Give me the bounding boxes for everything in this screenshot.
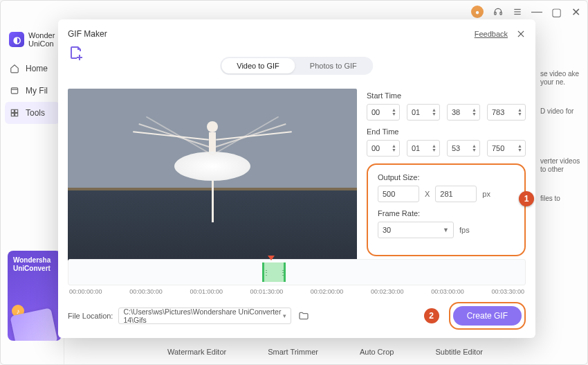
ruler-tick: 00:01:00:00 [190,288,223,295]
promo-card[interactable]: Wondersha UniConvert ♪ [8,251,62,341]
svg-rect-8 [15,110,18,113]
account-avatar[interactable]: ● [471,6,484,18]
logo-mark-icon: ◐ [9,32,24,47]
timeline-ruler: 00:00:00:00 00:00:30:00 00:01:00:00 00:0… [68,288,526,295]
end-ms-stepper[interactable]: 750▲▼ [487,140,526,157]
sidebar-item-tools[interactable]: Tools [5,102,59,124]
dialog-footer: File Location: C:\Users\ws\Pictures\Wond… [68,302,526,330]
tile-text: D video for [539,107,580,116]
tab-watermark-editor[interactable]: Watermark Editor [167,348,226,356]
close-dialog-button[interactable] [516,29,526,39]
file-location-label: File Location: [68,312,113,320]
create-gif-highlight: Create GIF [449,302,526,330]
dialog-header: GIF Maker Feedback [68,26,526,42]
app-name: Wonder UniCon [28,31,55,48]
tab-photos-to-gif[interactable]: Photos to GIF [295,58,372,73]
chevron-down-icon[interactable]: ▾ [283,312,286,319]
ruler-tick: 00:02:30:00 [371,288,404,295]
dimension-multiplier: X [425,190,430,198]
create-gif-button[interactable]: Create GIF [453,306,522,326]
tab-smart-trimmer[interactable]: Smart Trimmer [268,348,318,356]
callout-badge-1: 1 [519,191,534,206]
tile-text: verter videos to other [539,157,580,174]
right-tile-snippets: se video ake your ne. D video for verter… [539,70,580,224]
close-window-button[interactable]: ✕ [571,7,580,17]
frame-rate-select[interactable]: 30▼ [378,222,454,238]
selection-handle-right[interactable]: ⋮ [279,269,285,276]
add-file-icon[interactable] [68,44,84,61]
app-name-line1: Wonder [28,31,55,39]
output-width-input[interactable]: 500 [378,186,419,202]
end-mm-stepper[interactable]: 01▲▼ [407,140,440,157]
svg-rect-1 [500,12,502,15]
start-ms-stepper[interactable]: 783▲▼ [487,104,526,121]
mode-segmented-control: Video to GIF Photos to GIF [220,57,373,75]
tab-subtitle-editor[interactable]: Subtitle Editor [435,348,482,356]
ruler-tick: 00:01:30:00 [250,288,284,295]
sidebar: ◐ Wonder UniCon Home My Fil Tools Wonder… [1,23,64,364]
dialog-title: GIF Maker [68,29,107,39]
ruler-tick: 00:00:30:00 [129,288,163,295]
output-size-label: Output Size: [378,173,515,181]
ruler-tick: 00:03:30:00 [491,288,524,295]
menu-icon[interactable] [513,7,522,17]
bottom-tool-tabs: Watermark Editor Smart Trimmer Auto Crop… [70,344,580,360]
svg-rect-9 [11,114,14,116]
minimize-button[interactable]: — [532,7,542,17]
sidebar-item-files[interactable]: My Fil [1,80,64,102]
tools-icon [9,107,20,118]
maximize-button[interactable]: ▢ [551,7,561,17]
chevron-down-icon: ▼ [443,226,449,233]
end-ss-stepper[interactable]: 53▲▼ [447,140,480,157]
timeline-track[interactable]: ⋮ ⋮ [68,259,526,285]
files-icon [9,85,20,96]
preview-frame-art [174,121,250,222]
start-hh-stepper[interactable]: 00▲▼ [367,104,400,121]
timeline-selection[interactable]: ⋮ ⋮ [262,262,286,282]
file-location-field[interactable]: C:\Users\ws\Pictures\Wondershare UniConv… [118,308,291,324]
svg-rect-10 [15,114,18,116]
sidebar-item-label: Tools [26,108,45,118]
promo-title: Wondersha UniConvert [13,256,56,273]
selection-handle-left[interactable]: ⋮ [263,269,268,276]
output-settings-group: 1 Output Size: 500 X 281 px Frame Rate: … [367,163,526,256]
fps-unit: fps [459,226,470,234]
app-name-line2: UniCon [28,39,55,48]
ruler-tick: 00:00:00:00 [69,288,102,295]
playhead-marker[interactable] [268,256,275,260]
svg-rect-0 [495,12,496,15]
ruler-tick: 00:02:00:00 [311,288,344,295]
tile-text: files to [539,195,580,203]
sidebar-item-home[interactable]: Home [1,57,64,80]
home-icon [9,63,20,74]
feedback-link[interactable]: Feedback [475,30,508,38]
sidebar-item-label: My Fil [26,86,48,96]
app-logo: ◐ Wonder UniCon [1,28,64,57]
callout-badge-2: 2 [424,308,439,323]
headset-icon[interactable] [493,7,503,17]
file-location-path: C:\Users\ws\Pictures\Wondershare UniConv… [123,308,283,324]
output-height-input[interactable]: 281 [435,186,477,202]
timeline-area: ⋮ ⋮ 00:00:00:00 00:00:30:00 00:01:00:00 … [68,259,526,295]
tab-video-to-gif[interactable]: Video to GIF [221,58,295,73]
end-time-label: End Time [367,127,526,136]
frame-rate-label: Frame Rate: [378,209,515,217]
svg-rect-5 [11,88,17,94]
svg-rect-7 [11,110,14,113]
settings-panel: Start Time 00▲▼ 01▲▼ 38▲▼ 783▲▼ End Time… [367,89,526,256]
sidebar-item-label: Home [26,64,48,73]
tab-auto-crop[interactable]: Auto Crop [360,348,394,356]
start-time-label: Start Time [367,91,526,100]
start-mm-stepper[interactable]: 01▲▼ [407,104,440,121]
size-unit: px [482,190,490,198]
ruler-tick: 00:03:00:00 [431,288,464,295]
open-folder-button[interactable] [297,309,311,323]
gif-maker-dialog: GIF Maker Feedback Video to GIF Photos t… [58,19,535,338]
start-ss-stepper[interactable]: 38▲▼ [447,104,480,121]
video-preview[interactable] [68,89,357,269]
tile-text: se video ake your ne. [539,70,580,87]
end-hh-stepper[interactable]: 00▲▼ [367,140,400,157]
